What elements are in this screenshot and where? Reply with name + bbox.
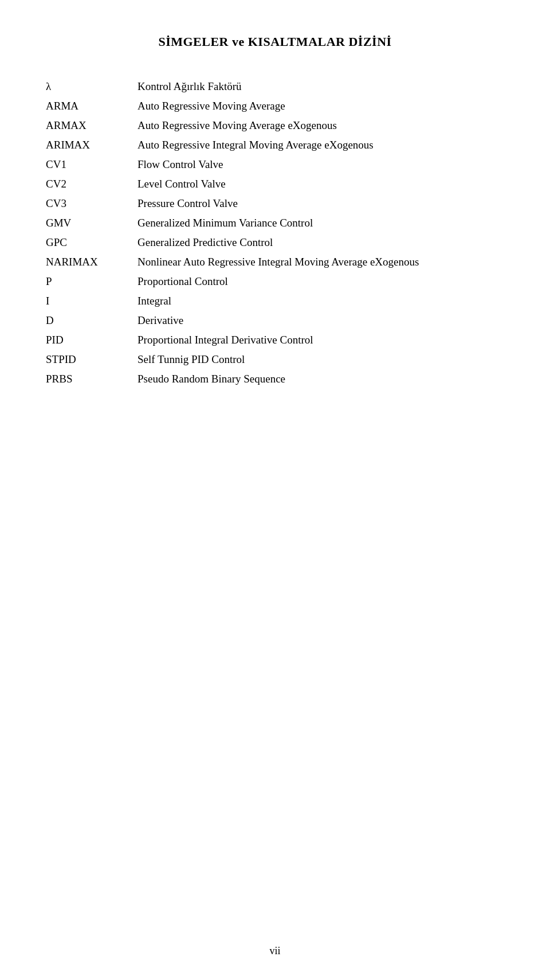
table-row: GMVGeneralized Minimum Variance Control [46,213,504,233]
abbreviation: NARIMAX [46,252,138,272]
table-row: NARIMAXNonlinear Auto Regressive Integra… [46,252,504,272]
table-row: IIntegral [46,291,504,311]
table-row: DDerivative [46,311,504,330]
definition: Nonlinear Auto Regressive Integral Movin… [138,252,504,272]
definition: Derivative [138,311,504,330]
abbreviations-table: λKontrol Ağırlık FaktörüARMAAuto Regress… [46,77,504,389]
definition: Level Control Valve [138,174,504,194]
page-title: SİMGELER ve KISALTMALAR DİZİNİ [46,34,504,49]
table-row: STPIDSelf Tunnig PID Control [46,350,504,369]
abbreviation: CV3 [46,194,138,213]
definition: Generalized Predictive Control [138,233,504,252]
page-number: vii [0,945,550,957]
table-row: PRBSPseudo Random Binary Sequence [46,369,504,389]
abbreviation: GPC [46,233,138,252]
definition: Proportional Integral Derivative Control [138,330,504,350]
abbreviation: GMV [46,213,138,233]
table-row: CV3Pressure Control Valve [46,194,504,213]
table-row: GPCGeneralized Predictive Control [46,233,504,252]
table-row: ARMAXAuto Regressive Moving Average eXog… [46,116,504,135]
definition: Pressure Control Valve [138,194,504,213]
table-row: PProportional Control [46,272,504,291]
definition: Self Tunnig PID Control [138,350,504,369]
abbreviation: ARIMAX [46,135,138,155]
definition: Pseudo Random Binary Sequence [138,369,504,389]
abbreviation: λ [46,77,138,96]
table-row: ARIMAXAuto Regressive Integral Moving Av… [46,135,504,155]
table-row: λKontrol Ağırlık Faktörü [46,77,504,96]
abbreviation: ARMAX [46,116,138,135]
definition: Auto Regressive Moving Average [138,96,504,116]
definition: Auto Regressive Integral Moving Average … [138,135,504,155]
definition: Flow Control Valve [138,155,504,174]
definition: Auto Regressive Moving Average eXogenous [138,116,504,135]
abbreviation: CV2 [46,174,138,194]
abbreviation: PRBS [46,369,138,389]
abbreviation: CV1 [46,155,138,174]
abbreviation: D [46,311,138,330]
abbreviation: I [46,291,138,311]
table-row: PIDProportional Integral Derivative Cont… [46,330,504,350]
table-row: CV1Flow Control Valve [46,155,504,174]
definition: Kontrol Ağırlık Faktörü [138,77,504,96]
abbreviation: STPID [46,350,138,369]
table-row: CV2Level Control Valve [46,174,504,194]
table-row: ARMAAuto Regressive Moving Average [46,96,504,116]
definition: Integral [138,291,504,311]
page: SİMGELER ve KISALTMALAR DİZİNİ λKontrol … [0,0,550,980]
abbreviation: PID [46,330,138,350]
definition: Proportional Control [138,272,504,291]
abbreviation: ARMA [46,96,138,116]
abbreviation: P [46,272,138,291]
definition: Generalized Minimum Variance Control [138,213,504,233]
